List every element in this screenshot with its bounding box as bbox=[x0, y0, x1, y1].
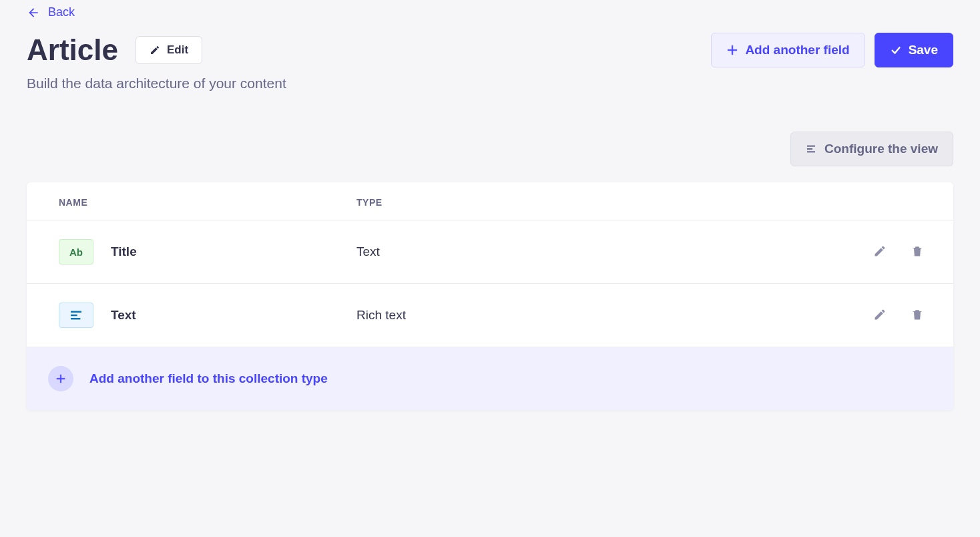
text-type-icon: Ab bbox=[59, 239, 93, 264]
header-row: Article Edit Add another field Save bbox=[27, 33, 953, 67]
svg-rect-1 bbox=[807, 148, 812, 150]
fields-card: NAME TYPE Ab Title Text bbox=[27, 182, 953, 410]
table-head: NAME TYPE bbox=[27, 182, 953, 220]
svg-rect-0 bbox=[807, 146, 815, 147]
configure-label: Configure the view bbox=[824, 142, 938, 156]
pencil-icon bbox=[873, 308, 887, 321]
pencil-icon bbox=[150, 45, 160, 55]
save-button[interactable]: Save bbox=[875, 33, 953, 67]
edit-field-button[interactable] bbox=[871, 242, 889, 262]
col-header-type: TYPE bbox=[356, 197, 927, 208]
plus-circle-icon bbox=[48, 366, 73, 391]
field-type: Rich text bbox=[356, 308, 871, 323]
add-field-footer-label: Add another field to this collection typ… bbox=[89, 371, 328, 386]
title-wrap: Article Edit bbox=[27, 33, 202, 67]
svg-rect-5 bbox=[71, 318, 80, 319]
richtext-type-icon bbox=[59, 303, 93, 328]
table-row[interactable]: Text Rich text bbox=[27, 284, 953, 347]
svg-rect-4 bbox=[71, 315, 77, 316]
edit-field-button[interactable] bbox=[871, 305, 889, 326]
check-icon bbox=[890, 44, 902, 56]
field-type: Text bbox=[356, 244, 871, 259]
edit-label: Edit bbox=[167, 43, 188, 57]
back-label: Back bbox=[48, 5, 75, 19]
configure-view-button[interactable]: Configure the view bbox=[790, 132, 953, 166]
back-link[interactable]: Back bbox=[27, 5, 75, 19]
add-field-button[interactable]: Add another field bbox=[711, 33, 865, 67]
row-name-cell: Text bbox=[59, 303, 356, 328]
row-actions bbox=[871, 305, 927, 326]
add-field-label: Add another field bbox=[745, 43, 849, 57]
pencil-icon bbox=[873, 244, 887, 258]
col-header-name: NAME bbox=[59, 197, 356, 208]
field-name: Title bbox=[111, 244, 137, 259]
arrow-left-icon bbox=[27, 6, 40, 19]
trash-icon bbox=[911, 244, 924, 258]
layout-icon bbox=[806, 144, 816, 154]
edit-button[interactable]: Edit bbox=[136, 36, 202, 64]
save-label: Save bbox=[909, 43, 938, 57]
svg-rect-3 bbox=[71, 311, 81, 313]
svg-rect-2 bbox=[807, 151, 815, 152]
row-actions bbox=[871, 242, 927, 262]
delete-field-button[interactable] bbox=[908, 305, 927, 326]
delete-field-button[interactable] bbox=[908, 242, 927, 262]
header-actions: Add another field Save bbox=[711, 33, 953, 67]
plus-icon bbox=[726, 44, 738, 56]
page-subtitle: Build the data architecture of your cont… bbox=[27, 75, 953, 92]
add-field-footer[interactable]: Add another field to this collection typ… bbox=[27, 347, 953, 410]
table-row[interactable]: Ab Title Text bbox=[27, 220, 953, 284]
configure-row: Configure the view bbox=[27, 132, 953, 166]
page-title: Article bbox=[27, 33, 118, 67]
trash-icon bbox=[911, 308, 924, 321]
field-name: Text bbox=[111, 308, 136, 323]
row-name-cell: Ab Title bbox=[59, 239, 356, 264]
